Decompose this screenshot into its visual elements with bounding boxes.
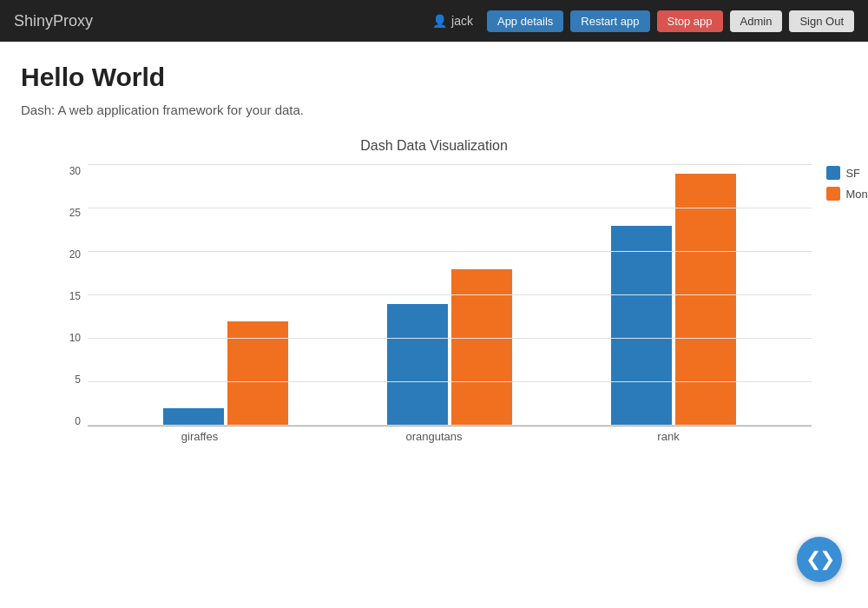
navbar: ShinyProxy 👤 jack App details Restart ap… — [0, 0, 868, 42]
x-labels: giraffesorangutansrank — [56, 426, 812, 443]
stop-app-button[interactable]: Stop app — [657, 10, 723, 32]
bar-group — [387, 269, 512, 426]
legend-montreal-color — [826, 187, 840, 201]
legend-sf-label: SF — [845, 167, 860, 180]
bar-sf — [387, 304, 448, 426]
y-axis-label: 5 — [56, 374, 81, 385]
y-axis-label: 30 — [56, 166, 81, 176]
bar-montreal — [675, 174, 736, 426]
user-icon: 👤 — [432, 14, 447, 28]
legend-montreal-label: Montreal — [845, 188, 868, 201]
chart-container: Dash Data Visualization 051015202530 SF … — [56, 138, 812, 443]
bar-sf — [163, 408, 224, 426]
grid-line — [88, 208, 812, 208]
bar-group — [611, 174, 736, 426]
navbar-right: 👤 jack App details Restart app Stop app … — [432, 10, 854, 32]
username-label: jack — [451, 14, 473, 28]
legend-montreal: Montreal — [826, 187, 868, 201]
bar-montreal — [227, 321, 288, 426]
y-axis-label: 25 — [56, 208, 81, 218]
grid-line — [88, 251, 812, 252]
y-axis-label: 0 — [56, 416, 81, 426]
y-axis-label: 15 — [56, 291, 81, 301]
grid-line — [88, 381, 812, 382]
chart-legend: SF Montreal — [826, 166, 868, 201]
grid-line — [88, 294, 812, 295]
legend-sf: SF — [826, 166, 868, 180]
page-subtitle: Dash: A web application framework for yo… — [21, 102, 847, 117]
bar-group — [163, 321, 288, 426]
app-details-button[interactable]: App details — [487, 10, 563, 32]
grid-line — [88, 425, 812, 426]
brand-label: ShinyProxy — [14, 12, 93, 30]
chart-title: Dash Data Visualization — [56, 138, 812, 154]
y-axis: 051015202530 — [56, 166, 81, 426]
chart-inner: 051015202530 SF Montreal — [56, 166, 812, 426]
bar-montreal — [451, 269, 512, 426]
grid-line — [88, 164, 812, 165]
page-title: Hello World — [21, 63, 847, 92]
admin-button[interactable]: Admin — [730, 10, 783, 32]
grid-line — [88, 338, 812, 339]
x-axis-label: giraffes — [137, 430, 262, 443]
sign-out-button[interactable]: Sign Out — [789, 10, 854, 32]
bars-wrap — [88, 166, 812, 426]
bar-sf — [611, 226, 672, 426]
legend-sf-color — [826, 166, 840, 180]
y-axis-label: 10 — [56, 333, 81, 343]
chart-plot-area — [88, 166, 812, 426]
user-display: 👤 jack — [432, 14, 473, 28]
main-content: Hello World Dash: A web application fram… — [0, 42, 868, 443]
restart-app-button[interactable]: Restart app — [570, 10, 649, 32]
y-axis-label: 20 — [56, 249, 81, 260]
x-axis-label: rank — [606, 430, 731, 443]
x-axis-label: orangutans — [372, 430, 496, 443]
